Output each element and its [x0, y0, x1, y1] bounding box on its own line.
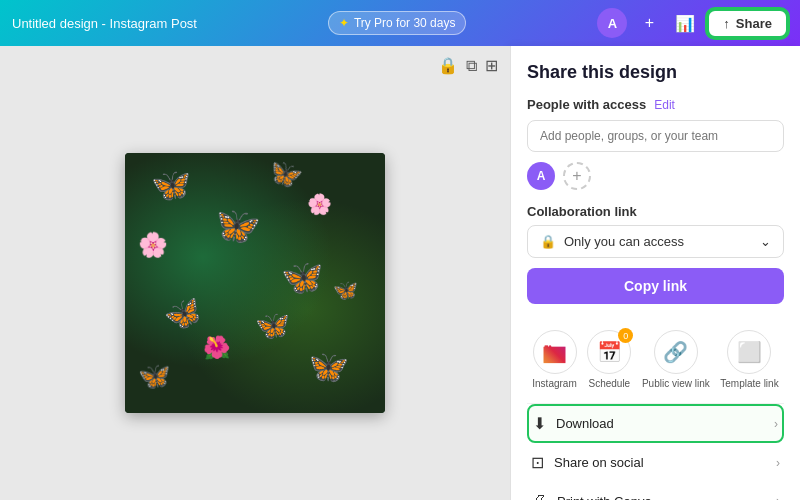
header-left: Untitled design - Instagram Post: [12, 16, 197, 31]
share-social-icon: ⊡: [531, 453, 544, 472]
schedule-icon-circle: 📅 0: [587, 330, 631, 374]
plus-icon: +: [645, 14, 654, 32]
collab-label: Collaboration link: [527, 204, 784, 219]
collab-dropdown[interactable]: 🔒 Only you can access ⌄: [527, 225, 784, 258]
chevron-right-icon: ›: [774, 417, 778, 431]
butterfly-decoration: 🦋: [255, 309, 290, 342]
collaboration-section: Collaboration link 🔒 Only you can access…: [527, 204, 784, 318]
flower-decoration: 🌺: [203, 335, 230, 361]
chevron-right-icon: ›: [776, 456, 780, 470]
share-panel: Share this design People with access Edi…: [510, 46, 800, 500]
add-person-button[interactable]: +: [563, 162, 591, 190]
copy-link-label: Copy link: [624, 278, 687, 294]
share-label: Share: [736, 16, 772, 31]
public-view-share[interactable]: 🔗 Public view link: [642, 330, 710, 389]
share-on-social-menu-item[interactable]: ⊡ Share on social ›: [527, 443, 784, 482]
public-view-icon-circle: 🔗: [654, 330, 698, 374]
star-icon: ✦: [339, 16, 349, 30]
instagram-icon: 📷: [542, 340, 567, 364]
butterfly-decoration: 🦋: [216, 205, 261, 247]
instagram-icon-circle: 📷: [533, 330, 577, 374]
print-menu-item[interactable]: 🖨 Print with Canva ›: [527, 482, 784, 500]
butterfly-decoration: 🦋: [138, 361, 170, 392]
people-section-label: People with access Edit: [527, 97, 784, 112]
schedule-badge: 0: [618, 328, 633, 343]
menu-items-section: ⬇ Download › ⊡ Share on social › 🖨 Print…: [527, 403, 784, 500]
instagram-label: Instagram: [532, 378, 576, 389]
plus-icon: +: [572, 167, 581, 185]
panel-title: Share this design: [527, 62, 784, 83]
download-icon: ⬇: [533, 414, 546, 433]
people-input[interactable]: [527, 120, 784, 152]
share-icons-row: 📷 Instagram 📅 0 Schedule 🔗 Public view l…: [527, 330, 784, 389]
collab-option: Only you can access: [564, 234, 684, 249]
chart-icon: 📊: [675, 14, 695, 33]
butterfly-decoration: 🦋: [151, 166, 191, 204]
butterfly-decoration: 🦋: [262, 153, 305, 195]
lock-tool-button[interactable]: 🔒: [438, 56, 458, 75]
schedule-share[interactable]: 📅 0 Schedule: [587, 330, 631, 389]
download-menu-item[interactable]: ⬇ Download ›: [527, 404, 784, 443]
butterfly-decoration: 🦋: [303, 343, 351, 390]
try-pro-label: Try Pro for 30 days: [354, 16, 456, 30]
edit-link[interactable]: Edit: [654, 98, 675, 112]
analytics-button[interactable]: 📊: [671, 9, 699, 37]
butterfly-decoration: 🦋: [281, 257, 323, 297]
butterfly-background: 🦋 🦋 🦋 🌸 🦋 🦋 🦋 🌺 🦋 🦋 🌸 🦋: [125, 153, 385, 413]
link-icon: 🔗: [663, 340, 688, 364]
canvas-area: 🔒 ⧉ ⊞ 🦋 🦋 🦋 🌸 🦋 🦋 🦋 🌺 🦋 🦋 🌸 🦋: [0, 46, 510, 500]
chevron-down-icon: ⌄: [760, 234, 771, 249]
plus-button[interactable]: +: [635, 9, 663, 37]
chevron-right-icon: ›: [776, 494, 780, 500]
people-row: A +: [527, 162, 784, 190]
collab-dropdown-inner: 🔒 Only you can access: [540, 234, 684, 249]
share-social-label: Share on social: [554, 455, 644, 470]
header-center: ✦ Try Pro for 30 days: [328, 11, 467, 35]
avatar-letter: A: [608, 16, 617, 31]
canvas-toolbar: 🔒 ⧉ ⊞: [438, 56, 498, 75]
template-icon: ⬜: [737, 340, 762, 364]
copy-link-button[interactable]: Copy link: [527, 268, 784, 304]
resize-tool-button[interactable]: ⊞: [485, 56, 498, 75]
template-link-label: Template link: [720, 378, 778, 389]
page-title: Untitled design - Instagram Post: [12, 16, 197, 31]
schedule-label: Schedule: [588, 378, 630, 389]
flower-decoration: 🌸: [307, 192, 332, 216]
try-pro-button[interactable]: ✦ Try Pro for 30 days: [328, 11, 467, 35]
header: Untitled design - Instagram Post ✦ Try P…: [0, 0, 800, 46]
copy-tool-button[interactable]: ⧉: [466, 56, 477, 75]
butterfly-decoration: 🦋: [333, 278, 358, 302]
butterfly-decoration: 🌸: [138, 231, 168, 259]
canvas-design: 🦋 🦋 🦋 🌸 🦋 🦋 🦋 🌺 🦋 🦋 🌸 🦋: [125, 153, 385, 413]
user-avatar: A: [527, 162, 555, 190]
butterfly-decoration: 🦋: [159, 291, 206, 337]
share-button[interactable]: ↑ Share: [707, 9, 788, 38]
print-icon: 🖨: [531, 492, 547, 500]
header-right: A + 📊 ↑ Share: [597, 8, 788, 38]
main-area: 🔒 ⧉ ⊞ 🦋 🦋 🦋 🌸 🦋 🦋 🦋 🌺 🦋 🦋 🌸 🦋: [0, 46, 800, 500]
download-label: Download: [556, 416, 614, 431]
template-icon-circle: ⬜: [727, 330, 771, 374]
schedule-icon: 📅: [597, 340, 622, 364]
avatar-button[interactable]: A: [597, 8, 627, 38]
instagram-share[interactable]: 📷 Instagram: [532, 330, 576, 389]
print-label: Print with Canva: [557, 494, 652, 501]
upload-icon: ↑: [723, 16, 730, 31]
public-view-label: Public view link: [642, 378, 710, 389]
lock-icon: 🔒: [540, 234, 556, 249]
template-link-share[interactable]: ⬜ Template link: [720, 330, 778, 389]
